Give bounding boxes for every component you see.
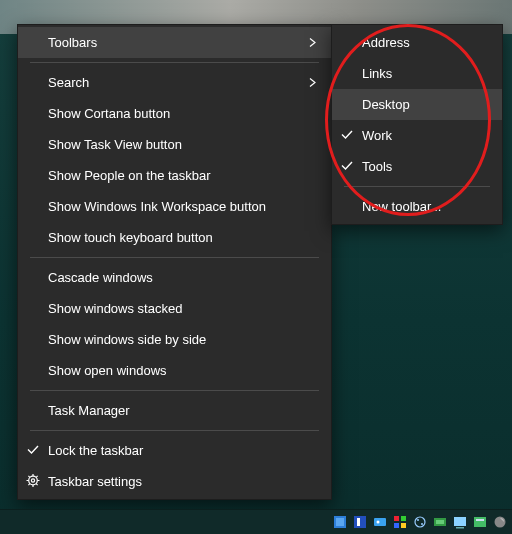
svg-rect-28 <box>476 519 484 521</box>
svg-point-20 <box>415 517 425 527</box>
submenu-item-new-toolbar[interactable]: New toolbar... <box>332 191 502 222</box>
svg-rect-24 <box>436 520 444 524</box>
menu-item-show-ink-workspace[interactable]: Show Windows Ink Workspace button <box>18 191 331 222</box>
menu-item-label: Toolbars <box>48 35 97 50</box>
menu-item-label: Tools <box>362 159 392 174</box>
menu-separator <box>30 430 319 431</box>
menu-item-label: Lock the taskbar <box>48 443 143 458</box>
menu-item-label: Show Windows Ink Workspace button <box>48 199 266 214</box>
menu-item-toolbars[interactable]: Toolbars <box>18 27 331 58</box>
menu-item-show-open-windows[interactable]: Show open windows <box>18 355 331 386</box>
svg-rect-26 <box>456 527 464 529</box>
svg-line-6 <box>28 475 29 476</box>
chevron-right-icon <box>309 35 317 50</box>
svg-point-29 <box>495 517 506 528</box>
desktop: Toolbars Search Show Cortana button Show… <box>0 0 512 534</box>
menu-separator <box>30 390 319 391</box>
menu-item-show-touch-keyboard[interactable]: Show touch keyboard button <box>18 222 331 253</box>
menu-item-show-people[interactable]: Show People on the taskbar <box>18 160 331 191</box>
taskbar[interactable] <box>0 509 512 534</box>
tray-icon[interactable] <box>492 514 508 530</box>
menu-item-label: New toolbar... <box>362 199 442 214</box>
menu-item-cascade-windows[interactable]: Cascade windows <box>18 262 331 293</box>
menu-item-label: Show windows stacked <box>48 301 182 316</box>
tray-icon[interactable] <box>432 514 448 530</box>
menu-item-label: Show Task View button <box>48 137 182 152</box>
menu-item-label: Address <box>362 35 410 50</box>
svg-rect-27 <box>474 517 486 527</box>
menu-separator <box>30 62 319 63</box>
svg-rect-16 <box>394 516 399 521</box>
svg-line-7 <box>36 483 37 484</box>
svg-point-15 <box>377 521 380 524</box>
menu-separator <box>344 186 490 187</box>
taskbar-context-menu: Toolbars Search Show Cortana button Show… <box>17 24 332 500</box>
menu-item-taskbar-settings[interactable]: Taskbar settings <box>18 466 331 497</box>
gear-icon <box>26 473 40 490</box>
svg-rect-11 <box>336 518 344 526</box>
check-icon <box>26 442 40 459</box>
tray-icon[interactable] <box>452 514 468 530</box>
tray-icon[interactable] <box>352 514 368 530</box>
menu-item-label: Work <box>362 128 392 143</box>
menu-item-show-side-by-side[interactable]: Show windows side by side <box>18 324 331 355</box>
svg-point-1 <box>31 478 34 481</box>
menu-item-label: Search <box>48 75 89 90</box>
submenu-item-work[interactable]: Work <box>332 120 502 151</box>
submenu-item-address[interactable]: Address <box>332 27 502 58</box>
svg-rect-14 <box>374 518 386 526</box>
menu-item-label: Show windows side by side <box>48 332 206 347</box>
svg-rect-18 <box>394 523 399 528</box>
tray-icon[interactable] <box>332 514 348 530</box>
menu-item-lock-taskbar[interactable]: Lock the taskbar <box>18 435 331 466</box>
menu-item-show-task-view-button[interactable]: Show Task View button <box>18 129 331 160</box>
svg-rect-19 <box>401 523 406 528</box>
svg-rect-17 <box>401 516 406 521</box>
svg-rect-25 <box>454 517 466 526</box>
menu-item-label: Desktop <box>362 97 410 112</box>
menu-item-show-stacked[interactable]: Show windows stacked <box>18 293 331 324</box>
menu-item-label: Show touch keyboard button <box>48 230 213 245</box>
check-icon <box>340 158 354 175</box>
toolbars-submenu: Address Links Desktop Work Tools New too… <box>331 24 503 225</box>
menu-item-label: Taskbar settings <box>48 474 142 489</box>
tray-icon[interactable] <box>472 514 488 530</box>
check-icon <box>340 127 354 144</box>
tray-icon[interactable] <box>372 514 388 530</box>
submenu-item-desktop[interactable]: Desktop <box>332 89 502 120</box>
menu-separator <box>30 257 319 258</box>
svg-point-21 <box>417 519 419 521</box>
tray-icon[interactable] <box>412 514 428 530</box>
menu-item-label: Show People on the taskbar <box>48 168 211 183</box>
submenu-item-links[interactable]: Links <box>332 58 502 89</box>
menu-item-show-cortana-button[interactable]: Show Cortana button <box>18 98 331 129</box>
svg-line-9 <box>28 483 29 484</box>
menu-item-label: Show open windows <box>48 363 167 378</box>
menu-item-label: Task Manager <box>48 403 130 418</box>
menu-item-label: Links <box>362 66 392 81</box>
menu-item-label: Cascade windows <box>48 270 153 285</box>
menu-item-task-manager[interactable]: Task Manager <box>18 395 331 426</box>
tray-icon[interactable] <box>392 514 408 530</box>
menu-item-search[interactable]: Search <box>18 67 331 98</box>
chevron-right-icon <box>309 75 317 90</box>
svg-line-8 <box>36 475 37 476</box>
svg-point-0 <box>29 476 38 485</box>
submenu-item-tools[interactable]: Tools <box>332 151 502 182</box>
svg-point-22 <box>421 523 423 525</box>
menu-item-label: Show Cortana button <box>48 106 170 121</box>
svg-rect-13 <box>357 518 360 526</box>
